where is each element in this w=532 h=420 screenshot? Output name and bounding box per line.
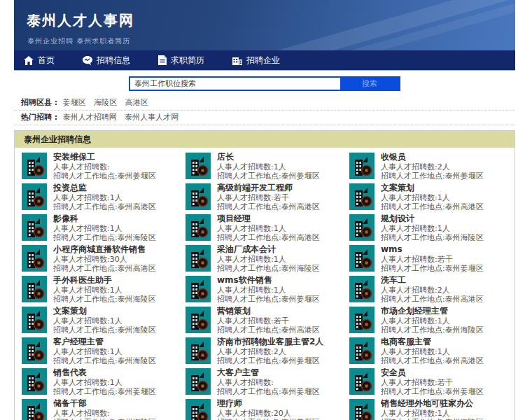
nav-item-label: 求职简历 — [171, 55, 204, 66]
job-title[interactable]: 理疗师 — [217, 399, 320, 408]
job-listing-item[interactable]: 储备干部 人事人才招聘数: 招聘人才工作地点:泰州海陵区 — [22, 399, 180, 420]
job-location: 招聘人才工作地点:泰州姜堰区 — [217, 295, 320, 304]
job-recruit-count: 人事人才招聘数:1人 — [217, 255, 320, 265]
job-recruit-count: 人事人才招聘数:1人 — [53, 348, 156, 357]
job-location: 招聘人才工作地点:泰州姜堰区 — [217, 172, 320, 181]
job-recruit-count: 人事人才招聘数:20人 — [217, 410, 320, 419]
nav-item-companies[interactable]: 招聘企业 — [223, 50, 290, 70]
job-title[interactable]: wms — [381, 245, 484, 254]
job-text: 济南市招聘物业客服主管2人 人事人才招聘数:2人 招聘人才工作地点:泰州姜堰区 — [217, 337, 323, 365]
hot-link-talent-site[interactable]: 泰州人才招聘网 — [63, 113, 117, 122]
job-recruit-count: 人事人才招聘数:1人 — [381, 194, 484, 203]
job-title[interactable]: 销售经理外地可驻家办公 — [381, 399, 484, 408]
job-listing-item[interactable]: 收银员 人事人才招聘数:2人 招聘人才工作地点:泰州姜堰区 — [349, 153, 507, 180]
nav-item-label: 招聘信息 — [97, 55, 130, 66]
job-title[interactable]: 采油厂成本会计 — [217, 245, 320, 254]
hot-recruit-label: 热门招聘 : — [21, 113, 57, 122]
job-location: 招聘人才工作地点:泰州海陵区 — [381, 234, 484, 243]
job-listing-item[interactable]: 店长 人事人才招聘数:1人 招聘人才工作地点:泰州姜堰区 — [186, 153, 344, 180]
job-title[interactable]: 济南市招聘物业客服主管2人 — [217, 337, 323, 346]
job-listing-item[interactable]: 营销策划 人事人才招聘数:若干 招聘人才工作地点:泰州高港区 — [186, 307, 344, 334]
job-listing-item[interactable]: 文案策划 人事人才招聘数:1人 招聘人才工作地点:泰州海陵区 — [22, 307, 180, 334]
job-title[interactable]: 高级前端开发工程师 — [217, 183, 320, 192]
job-title[interactable]: 安装维保工 — [53, 153, 156, 162]
job-listing-item[interactable]: 投资总监 人事人才招聘数:1人 招聘人才工作地点:泰州高港区 — [22, 183, 180, 211]
job-listing-item[interactable]: 市场企划经理主管 人事人才招聘数:1人 招聘人才工作地点:泰州海陵区 — [349, 307, 507, 334]
job-recruit-count: 人事人才招聘数:1人 — [53, 225, 156, 234]
job-listing-item[interactable]: 安装维保工 人事人才招聘数: 招聘人才工作地点:泰州姜堰区 — [22, 153, 180, 180]
job-title[interactable]: 店长 — [217, 153, 320, 162]
job-title[interactable]: 市场企划经理主管 — [381, 307, 484, 316]
job-listing-item[interactable]: 项目经理 人事人才招聘数:1人 招聘人才工作地点:泰州高港区 — [186, 214, 344, 241]
job-text: 理疗师 人事人才招聘数:20人 招聘人才工作地点:泰州姜堰区 — [217, 399, 320, 420]
job-listing-item[interactable]: 客户经理主管 人事人才招聘数:1人 招聘人才工作地点:泰州海陵区 — [22, 337, 180, 365]
search-button[interactable]: 搜索 — [340, 78, 399, 90]
job-listing-item[interactable]: 文案策划 人事人才招聘数:1人 招聘人才工作地点:泰州高港区 — [349, 183, 507, 211]
company-building-icon — [22, 245, 47, 272]
job-recruit-count: 人事人才招聘数:1人 — [217, 286, 320, 295]
job-title[interactable]: 规划设计 — [381, 214, 484, 223]
job-listing-item[interactable]: 小程序商城直播软件销售 人事人才招聘数:30人 招聘人才工作地点:泰州高港区 — [22, 245, 180, 272]
job-title[interactable]: 大客户主管 — [217, 368, 320, 377]
job-title[interactable]: 影像科 — [53, 214, 156, 223]
job-listing-item[interactable]: 洗车工 人事人才招聘数:2人 招聘人才工作地点:泰州高港区 — [349, 276, 507, 303]
job-listing-item[interactable]: 规划设计 人事人才招聘数:1人 招聘人才工作地点:泰州海陵区 — [349, 214, 507, 241]
job-text: 店长 人事人才招聘数:1人 招聘人才工作地点:泰州姜堰区 — [217, 153, 320, 181]
job-recruit-count: 人事人才招聘数:1人 — [217, 225, 320, 234]
region-link-gaogang[interactable]: 高港区 — [125, 98, 148, 107]
job-title[interactable]: 手外科医生助手 — [53, 276, 156, 285]
job-text: 项目经理 人事人才招聘数:1人 招聘人才工作地点:泰州高港区 — [217, 214, 320, 242]
job-listing-item[interactable]: 销售代表 人事人才招聘数:1人 招聘人才工作地点:泰州姜堰区 — [22, 368, 180, 396]
hot-link-hr-site[interactable]: 泰州人事人才网 — [125, 113, 178, 122]
job-title[interactable]: 电商客服主管 — [381, 337, 484, 346]
job-text: 洗车工 人事人才招聘数:2人 招聘人才工作地点:泰州高港区 — [381, 276, 484, 304]
job-title[interactable]: 文案策划 — [381, 183, 484, 192]
job-title[interactable]: 文案策划 — [53, 307, 156, 316]
job-listing-item[interactable]: 采油厂成本会计 人事人才招聘数:1人 招聘人才工作地点:泰州海陵区 — [186, 245, 344, 272]
job-listing-item[interactable]: 影像科 人事人才招聘数:1人 招聘人才工作地点:泰州海陵区 — [22, 214, 180, 241]
job-listing-item[interactable]: 济南市招聘物业客服主管2人 人事人才招聘数:2人 招聘人才工作地点:泰州姜堰区 — [186, 337, 344, 365]
search-input[interactable] — [130, 78, 340, 90]
job-location: 招聘人才工作地点:泰州姜堰区 — [381, 388, 484, 397]
job-listing-item[interactable]: 理疗师 人事人才招聘数:20人 招聘人才工作地点:泰州姜堰区 — [186, 399, 344, 420]
job-title[interactable]: 小程序商城直播软件销售 — [53, 245, 156, 254]
job-title[interactable]: 客户经理主管 — [53, 337, 156, 346]
job-title[interactable]: 销售代表 — [53, 368, 156, 377]
main-nav: 首页 招聘信息 求职简历 招聘企业 — [14, 50, 515, 70]
nav-item-job-info[interactable]: 招聘信息 — [73, 50, 140, 70]
job-title[interactable]: 洗车工 — [381, 276, 484, 285]
job-title[interactable]: 安全员 — [381, 368, 484, 377]
job-listing-item[interactable]: wms软件销售 人事人才招聘数:1人 招聘人才工作地点:泰州姜堰区 — [186, 276, 344, 303]
job-title[interactable]: 收银员 — [381, 153, 484, 162]
job-listing-item[interactable]: 大客户主管 人事人才招聘数: 招聘人才工作地点:泰州姜堰区 — [186, 368, 344, 396]
nav-item-home[interactable]: 首页 — [14, 50, 64, 70]
company-building-icon — [186, 276, 211, 302]
job-title[interactable]: 投资总监 — [53, 183, 156, 192]
job-location: 招聘人才工作地点:泰州姜堰区 — [217, 357, 323, 366]
company-building-icon — [22, 307, 47, 333]
job-listing-item[interactable]: 手外科医生助手 人事人才招聘数:1人 招聘人才工作地点:泰州海陵区 — [22, 276, 180, 303]
jobs-panel: 泰州企业招聘信息 安装维保工 人事人才招聘数: 招聘人才工作地点:泰州姜堰 — [14, 130, 515, 420]
company-building-icon — [349, 214, 374, 241]
job-text: 销售经理外地可驻家办公 人事人才招聘数:1人 招聘人才工作地点:泰州海陵区 — [381, 399, 484, 420]
region-link-jiangyan[interactable]: 姜堰区 — [63, 98, 86, 107]
job-listing-item[interactable]: 电商客服主管 人事人才招聘数:1人 招聘人才工作地点:泰州高港区 — [349, 337, 507, 365]
job-listing-item[interactable]: wms 人事人才招聘数:若干 招聘人才工作地点:泰州姜堰区 — [349, 245, 507, 272]
job-title[interactable]: 营销策划 — [217, 307, 320, 316]
nav-item-label: 招聘企业 — [246, 55, 280, 66]
job-listing-item[interactable]: 销售经理外地可驻家办公 人事人才招聘数:1人 招聘人才工作地点:泰州海陵区 — [349, 399, 507, 420]
job-title[interactable]: wms软件销售 — [217, 276, 320, 285]
job-listing-item[interactable]: 高级前端开发工程师 人事人才招聘数:若干 招聘人才工作地点:泰州高港区 — [186, 183, 344, 211]
region-link-hailing[interactable]: 海陵区 — [94, 98, 117, 107]
job-listing-item[interactable]: 安全员 人事人才招聘数:若干 招聘人才工作地点:泰州姜堰区 — [349, 368, 507, 396]
job-location: 招聘人才工作地点:泰州姜堰区 — [217, 388, 320, 397]
job-text: 销售代表 人事人才招聘数:1人 招聘人才工作地点:泰州姜堰区 — [53, 368, 156, 396]
nav-item-resumes[interactable]: 求职简历 — [148, 50, 214, 70]
job-recruit-count: 人事人才招聘数:1人 — [53, 194, 156, 203]
job-text: 市场企划经理主管 人事人才招聘数:1人 招聘人才工作地点:泰州海陵区 — [381, 307, 484, 335]
job-recruit-count: 人事人才招聘数:2人 — [381, 286, 484, 295]
job-title[interactable]: 项目经理 — [217, 214, 320, 223]
job-title[interactable]: 储备干部 — [53, 399, 156, 408]
company-building-icon — [22, 337, 47, 364]
company-icon — [232, 56, 242, 65]
